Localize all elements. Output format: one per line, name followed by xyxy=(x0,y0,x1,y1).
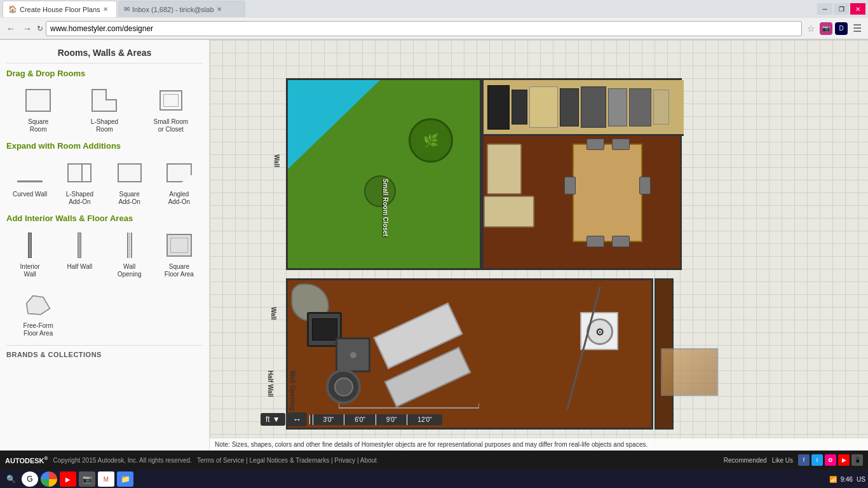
facebook-icon[interactable]: f xyxy=(798,454,810,466)
menu-button[interactable]: ☰ xyxy=(850,21,864,36)
twitter-icon[interactable]: t xyxy=(811,454,823,466)
half-wall-item[interactable]: Half Wall xyxy=(56,227,103,281)
l-shaped-addon-item[interactable]: L-ShapedAdd-On xyxy=(56,154,103,208)
square-addon-item[interactable]: SquareAdd-On xyxy=(106,154,153,208)
taskbar-gmail[interactable]: M xyxy=(98,471,114,487)
footer-copyright: Copyright 2015 Autodesk, Inc. All rights… xyxy=(53,457,191,464)
app-container: Rooms, Walls & Areas Drag & Drop Rooms S… xyxy=(0,40,868,451)
round-deco xyxy=(364,175,396,207)
appliances-row xyxy=(484,80,684,134)
curved-wall-icon xyxy=(14,157,46,189)
instagram-icon[interactable]: 📷 xyxy=(820,22,832,35)
interior-wall-item[interactable]: InteriorWall xyxy=(6,227,53,281)
small-closet-item[interactable]: Small Roomor Closet xyxy=(139,82,203,136)
curved-wall-item[interactable]: Curved Wall xyxy=(6,154,53,208)
tab-active[interactable]: 🏠 Create House Floor Plans ✕ xyxy=(3,1,117,17)
appliance-1 xyxy=(487,85,510,130)
round-rug xyxy=(326,369,361,404)
curved-wall-label: Curved Wall xyxy=(13,191,47,198)
time-display: 9:46 xyxy=(841,476,853,483)
wall-opening-item[interactable]: WallOpening xyxy=(106,227,153,281)
unit-selector[interactable]: ft ▼ xyxy=(261,413,285,426)
freeform-floor-area-label: Free-FormFloor Area xyxy=(24,322,53,337)
expand-grid: Curved Wall L-ShapedAdd-On SquareAdd-On xyxy=(6,154,203,208)
window-controls: ─ ❐ ✕ xyxy=(817,3,865,15)
close-button[interactable]: ✕ xyxy=(850,3,865,15)
circular-plant: 🌿 xyxy=(409,118,453,163)
coffee-table xyxy=(336,337,370,372)
taskbar-search[interactable]: 🔍 xyxy=(3,471,19,487)
youtube-icon[interactable]: ▶ xyxy=(838,454,850,466)
minimize-button[interactable]: ─ xyxy=(817,3,832,15)
freeform-shape xyxy=(25,293,51,316)
half-wall-icon xyxy=(64,229,95,261)
mobile-icon[interactable]: 📱 xyxy=(851,454,863,466)
chair-right xyxy=(639,177,651,194)
brands-title: BRANDS & COLLECTIONS xyxy=(6,351,203,358)
social-icons: f t ✿ ▶ 📱 xyxy=(798,454,863,466)
l-shaped-addon-icon xyxy=(64,157,95,189)
half-wall-label: Half Wall xyxy=(67,263,93,271)
forward-button[interactable]: → xyxy=(20,22,34,35)
tab-inactive[interactable]: ✉ Inbox (1,682) - tirick@slab ✕ xyxy=(118,1,245,17)
interior-wall-label: InteriorWall xyxy=(20,263,40,278)
ruler-icon: ↔ xyxy=(288,412,307,426)
small-room-closet-label: Small Room Closet xyxy=(382,179,389,236)
chair-top-1 xyxy=(587,139,604,150)
chair-bottom-2 xyxy=(612,236,630,247)
taskbar-camera[interactable]: 📷 xyxy=(79,471,95,487)
square-room-item[interactable]: SquareRoom xyxy=(6,82,70,136)
privacy-link[interactable]: Privacy xyxy=(334,457,355,464)
tab2-title: Inbox (1,682) - tirick@slab xyxy=(132,6,214,13)
washer-unit: ⚙ xyxy=(580,312,618,350)
taskbar-youtube[interactable]: ▶ xyxy=(60,471,76,487)
flickr-icon[interactable]: ✿ xyxy=(825,454,836,466)
square-addon-icon xyxy=(114,157,146,189)
wall-label-top: Wall xyxy=(273,154,280,167)
square-floor-area-item[interactable]: SquareFloor Area xyxy=(156,227,203,281)
small-closet-shape xyxy=(159,90,182,111)
angled-addon-icon xyxy=(163,157,195,189)
scale-marks: 3'0" 6'0" 9'0" 12'0" xyxy=(309,414,442,425)
ruler-tick-2 xyxy=(478,403,479,409)
l-shaped-room-label: L-ShapedRoom xyxy=(91,118,118,133)
l-shaped-room-item[interactable]: L-ShapedRoom xyxy=(72,82,136,136)
square-addon-shape xyxy=(118,163,142,182)
taskbar-google[interactable]: G xyxy=(22,471,38,487)
back-button[interactable]: ← xyxy=(4,22,18,35)
kitchen-counter xyxy=(484,80,684,136)
tab-close-inactive[interactable]: ✕ xyxy=(217,6,222,13)
chair-top-2 xyxy=(612,139,630,150)
small-closet-label: Small Roomor Closet xyxy=(154,118,188,133)
bookmark-star-icon[interactable]: ☆ xyxy=(804,22,817,35)
dashlane-icon[interactable]: D xyxy=(835,22,848,35)
interior-grid: InteriorWall Half Wall WallOpening Squar… xyxy=(6,227,203,281)
about-link[interactable]: About xyxy=(360,457,377,464)
url-input[interactable] xyxy=(46,21,802,36)
browser-chrome: 🏠 Create House Floor Plans ✕ ✉ Inbox (1,… xyxy=(0,0,868,40)
living-area xyxy=(482,78,682,270)
wall-opening-shape xyxy=(127,233,132,258)
angled-addon-item[interactable]: AngledAdd-On xyxy=(156,154,203,208)
freeform-floor-area-item[interactable]: Free-FormFloor Area xyxy=(6,286,70,340)
taskbar-chrome[interactable] xyxy=(41,471,57,487)
small-closet-icon xyxy=(155,85,187,116)
svg-marker-0 xyxy=(27,295,50,315)
appliance-3 xyxy=(529,86,558,128)
sofa-1 xyxy=(487,144,522,194)
sidebar-title: Rooms, Walls & Areas xyxy=(6,45,203,64)
reload-button[interactable]: ↻ xyxy=(37,24,43,33)
canvas-area[interactable]: 🌿 Small Room Closet xyxy=(210,40,868,451)
wall-label-left-1: Wall xyxy=(270,307,277,320)
browser-toolbar: ☆ 📷 D xyxy=(804,22,848,35)
section-drag-drop: Drag & Drop Rooms xyxy=(6,69,203,78)
taskbar-files[interactable]: 📁 xyxy=(117,471,133,487)
legal-link[interactable]: Legal Notices & Trademarks xyxy=(250,457,330,464)
angled-addon-shape xyxy=(166,163,192,182)
tab-close-active[interactable]: ✕ xyxy=(103,6,108,13)
wall-opening-label: WallOpening xyxy=(118,263,142,278)
terms-link[interactable]: Terms of Service xyxy=(197,457,244,464)
restore-button[interactable]: ❐ xyxy=(834,3,849,15)
curved-wall-shape xyxy=(17,163,43,182)
section-expand: Expand with Room Additions xyxy=(6,141,203,151)
